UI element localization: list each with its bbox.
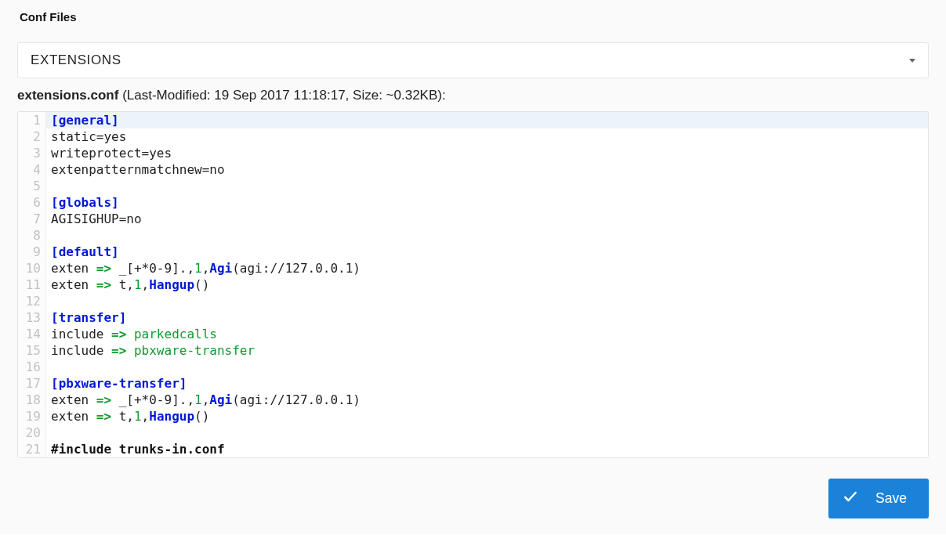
code-line[interactable]: 20 — [18, 425, 928, 441]
code-line[interactable]: 12 — [18, 293, 928, 309]
code-line[interactable]: 11exten => t,1,Hangup() — [18, 276, 928, 293]
line-number: 8 — [18, 227, 46, 244]
code-line[interactable]: 5 — [18, 178, 928, 194]
code-text[interactable]: static=yes — [46, 128, 928, 145]
check-icon — [843, 489, 858, 508]
line-number: 3 — [18, 145, 46, 161]
code-text[interactable] — [46, 425, 928, 441]
line-number: 18 — [18, 392, 46, 408]
line-number: 7 — [18, 211, 46, 227]
line-number: 12 — [18, 293, 46, 309]
line-number: 14 — [18, 326, 46, 342]
code-text[interactable]: [general] — [46, 112, 928, 128]
code-text[interactable]: [default] — [46, 244, 928, 260]
line-number: 2 — [18, 128, 46, 145]
code-text[interactable]: exten => _[+*0-9].,1,Agi(agi://127.0.0.1… — [46, 260, 928, 276]
line-number: 16 — [18, 359, 46, 375]
line-number: 6 — [18, 194, 46, 211]
save-button-label: Save — [875, 490, 907, 507]
code-text[interactable]: exten => _[+*0-9].,1,Agi(agi://127.0.0.1… — [46, 392, 928, 408]
line-number: 1 — [18, 112, 46, 128]
chevron-down-icon — [909, 59, 915, 63]
code-text[interactable]: include => pbxware-transfer — [46, 342, 928, 359]
code-text[interactable]: AGISIGHUP=no — [46, 211, 928, 227]
code-line[interactable]: 4extenpatternmatchnew=no — [18, 161, 928, 178]
tab-conf-files[interactable]: Conf Files — [8, 0, 89, 34]
file-meta: (Last-Modified: 19 Sep 2017 11:18:17, Si… — [118, 88, 445, 103]
code-text[interactable]: exten => t,1,Hangup() — [46, 408, 928, 425]
code-text[interactable]: #include trunks-in.conf — [46, 441, 928, 457]
code-line[interactable]: 15include => pbxware-transfer — [18, 342, 928, 359]
line-number: 13 — [18, 309, 46, 326]
code-line[interactable]: 21#include trunks-in.conf — [18, 441, 928, 457]
conf-files-page: Conf Files EXTENSIONS extensions.conf (L… — [0, 0, 946, 534]
file-info: extensions.conf (Last-Modified: 19 Sep 2… — [17, 88, 929, 103]
code-line[interactable]: 18exten => _[+*0-9].,1,Agi(agi://127.0.0… — [18, 392, 928, 408]
code-line[interactable]: 16 — [18, 359, 928, 375]
code-text[interactable]: exten => t,1,Hangup() — [46, 276, 928, 293]
file-name: extensions.conf — [17, 88, 118, 103]
line-number: 21 — [18, 441, 46, 457]
code-line[interactable]: 1[general] — [18, 112, 928, 128]
code-text[interactable] — [46, 178, 928, 194]
line-number: 20 — [18, 425, 46, 441]
tab-bar: Conf Files — [0, 0, 946, 34]
code-text[interactable]: writeprotect=yes — [46, 145, 928, 161]
line-number: 9 — [18, 244, 46, 260]
code-text[interactable]: [globals] — [46, 194, 928, 211]
save-button[interactable]: Save — [828, 479, 929, 518]
code-text[interactable] — [46, 359, 928, 375]
code-line[interactable]: 8 — [18, 227, 928, 244]
code-line[interactable]: 3writeprotect=yes — [18, 145, 928, 161]
line-number: 10 — [18, 260, 46, 276]
code-line[interactable]: 14include => parkedcalls — [18, 326, 928, 342]
content-area: EXTENSIONS extensions.conf (Last-Modifie… — [0, 34, 946, 458]
code-text[interactable]: [transfer] — [46, 309, 928, 326]
line-number: 4 — [18, 161, 46, 178]
code-line[interactable]: 13[transfer] — [18, 309, 928, 326]
code-line[interactable]: 17[pbxware-transfer] — [18, 375, 928, 392]
code-text[interactable]: [pbxware-transfer] — [46, 375, 928, 392]
line-number: 17 — [18, 375, 46, 392]
file-selector-value: EXTENSIONS — [31, 52, 121, 68]
code-line[interactable]: 19exten => t,1,Hangup() — [18, 408, 928, 425]
line-number: 19 — [18, 408, 46, 425]
line-number: 5 — [18, 178, 46, 194]
code-text[interactable] — [46, 227, 928, 244]
line-number: 15 — [18, 342, 46, 359]
code-text[interactable] — [46, 293, 928, 309]
code-line[interactable]: 2static=yes — [18, 128, 928, 145]
code-line[interactable]: 7AGISIGHUP=no — [18, 211, 928, 227]
code-text[interactable]: include => parkedcalls — [46, 326, 928, 342]
file-selector[interactable]: EXTENSIONS — [17, 42, 929, 78]
code-line[interactable]: 9[default] — [18, 244, 928, 260]
line-number: 11 — [18, 276, 46, 293]
code-text[interactable]: extenpatternmatchnew=no — [46, 161, 928, 178]
footer-actions: Save — [0, 458, 946, 518]
code-line[interactable]: 6[globals] — [18, 194, 928, 211]
code-line[interactable]: 10exten => _[+*0-9].,1,Agi(agi://127.0.0… — [18, 260, 928, 276]
tab-label: Conf Files — [20, 10, 77, 23]
code-editor[interactable]: 1[general]2static=yes3writeprotect=yes4e… — [17, 111, 929, 458]
